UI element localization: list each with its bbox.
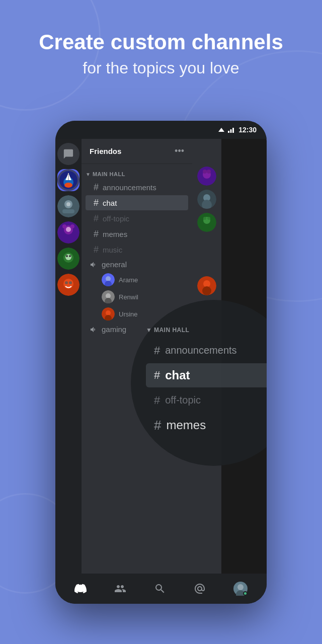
voice-channel-general[interactable]: general (82, 258, 192, 271)
server-avatar-4 (57, 248, 79, 270)
server-avatar-2 (57, 195, 79, 217)
channel-name-announcements: announcements (103, 183, 156, 192)
server-sidebar (55, 139, 82, 574)
svg-point-22 (69, 255, 71, 257)
overlay-hash-off-topic: # (154, 395, 160, 406)
server-avatar-1 (57, 169, 79, 191)
right-avatar-2 (197, 190, 216, 209)
svg-point-31 (106, 293, 111, 298)
member-name-renwil: Renwil (119, 293, 138, 301)
server-icon-3[interactable] (57, 221, 79, 244)
category-name: MAIN HALL (93, 171, 125, 177)
server-icon-2[interactable] (57, 195, 79, 217)
svg-point-38 (203, 170, 207, 174)
overlay-channel-name-off-topic: off-topic (165, 394, 201, 406)
right-avatar-4 (197, 276, 216, 295)
voice-channel-name-general: general (102, 260, 127, 269)
right-member-4 (197, 276, 216, 295)
messages-server-icon[interactable] (57, 143, 79, 165)
svg-rect-7 (68, 173, 69, 180)
overlay-channel-name-announcements: announcements (165, 345, 236, 356)
overlay-channel-memes[interactable]: # memes (146, 413, 267, 437)
headline-area: Create custom channels for the topics yo… (0, 0, 322, 93)
overlay-hash-memes: # (154, 419, 161, 432)
svg-point-39 (207, 170, 211, 174)
svg-point-45 (203, 217, 206, 220)
nav-item-profile[interactable] (227, 578, 254, 600)
server-avatar-3 (57, 221, 79, 244)
hash-icon-chat: # (94, 198, 99, 207)
nav-item-search[interactable] (148, 579, 172, 599)
nav-item-mentions[interactable] (188, 579, 212, 599)
overlay-channel-announcements[interactable]: # announcements (146, 340, 267, 361)
server-header[interactable]: Friendos ••• (82, 139, 192, 164)
member-name-arame: Arame (119, 276, 138, 284)
channel-name-off-topic: off-topic (103, 214, 129, 223)
svg-rect-2 (232, 128, 234, 133)
voice-member-arame[interactable]: Arame (82, 271, 192, 288)
svg-point-46 (207, 217, 210, 220)
svg-point-51 (237, 584, 244, 590)
phone-mockup: 12:30 (55, 121, 267, 604)
overlay-channel-off-topic[interactable]: # off-topic (146, 389, 267, 411)
hash-icon-announcements: # (94, 183, 99, 192)
member-name-ursine: Ursine (119, 310, 138, 318)
member-avatar-ursine (102, 307, 115, 320)
server-icon-1[interactable] (57, 169, 79, 191)
overlay-channel-name-chat: chat (165, 368, 190, 382)
signal-icon (227, 127, 234, 133)
voice-icon-general (90, 261, 98, 269)
nav-item-friends[interactable] (108, 579, 132, 599)
svg-point-49 (202, 286, 211, 295)
member-avatar-arame (102, 273, 115, 286)
server-name: Friendos (90, 147, 171, 155)
right-avatar-3 (197, 213, 216, 232)
status-icons (218, 127, 234, 133)
bottom-nav (55, 574, 267, 604)
svg-point-20 (65, 254, 71, 260)
voice-icon-gaming (90, 326, 98, 334)
channel-name-music: music (103, 246, 122, 254)
hash-icon-off-topic: # (94, 214, 99, 223)
right-member-1 (197, 167, 216, 186)
svg-point-17 (70, 224, 74, 228)
friends-icon (114, 583, 126, 595)
status-time: 12:30 (238, 126, 257, 134)
search-icon (154, 583, 166, 595)
channel-item-off-topic[interactable]: # off-topic (86, 211, 188, 226)
svg-rect-1 (230, 129, 232, 133)
overlay-category-arrow: ▼ (146, 327, 152, 334)
wifi-icon (218, 127, 225, 133)
right-member-3 (197, 213, 216, 232)
right-member-2 (197, 190, 216, 209)
channel-item-memes[interactable]: # memes (86, 226, 188, 242)
hash-icon-music: # (94, 245, 99, 254)
overlay-channel-chat[interactable]: # chat (146, 363, 267, 387)
channel-item-announcements[interactable]: # announcements (86, 180, 188, 195)
voice-channel-name-gaming: gaming (102, 325, 126, 334)
right-avatar-1 (197, 167, 216, 186)
channel-item-music[interactable]: # music (86, 242, 188, 257)
svg-point-48 (203, 280, 210, 287)
svg-point-28 (106, 276, 111, 281)
headline-subtitle: for the topics you love (20, 58, 302, 77)
category-header-main-hall[interactable]: ▼ MAIN HALL (82, 168, 192, 179)
overlay-hash-chat: # (154, 370, 160, 381)
server-avatar-5 (57, 274, 79, 296)
nav-item-home[interactable] (68, 579, 93, 599)
avatar-ursine (102, 307, 115, 320)
svg-rect-0 (228, 131, 229, 133)
svg-rect-12 (62, 209, 74, 213)
server-icon-4[interactable] (57, 248, 79, 270)
server-icon-5[interactable] (57, 274, 79, 296)
overlay-category-name: MAIN HALL (154, 327, 190, 334)
hash-icon-memes: # (94, 229, 99, 238)
channel-item-chat[interactable]: # chat (86, 195, 188, 210)
overlay-channel-name-memes: memes (166, 418, 206, 432)
voice-member-renwil[interactable]: Renwil (82, 288, 192, 305)
mentions-icon (194, 583, 206, 595)
channel-name-memes: memes (103, 230, 127, 238)
chat-bubble-icon (63, 148, 74, 159)
profile-avatar-container (233, 582, 248, 596)
server-menu-dots[interactable]: ••• (175, 146, 184, 156)
